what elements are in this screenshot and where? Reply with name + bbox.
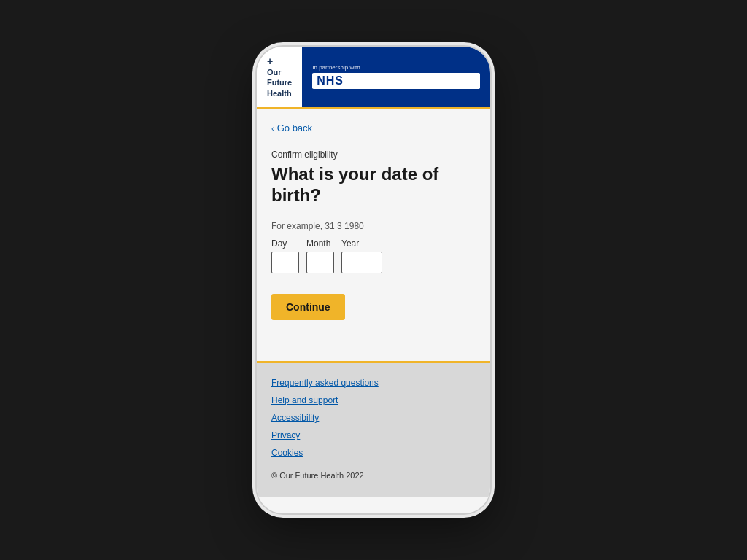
logo-name: Our Future Health (267, 67, 292, 98)
logo-plus: + (267, 55, 292, 67)
day-input[interactable] (271, 252, 299, 273)
day-field-group: Day (271, 238, 299, 273)
month-label: Month (306, 238, 334, 249)
header: + Our Future Health In partnership with … (257, 47, 490, 109)
year-input[interactable] (341, 252, 382, 273)
partnership-text: In partnership with (312, 64, 480, 71)
month-input[interactable] (306, 252, 334, 273)
hint-text: For example, 31 3 1980 (271, 221, 476, 231)
continue-button[interactable]: Continue (271, 294, 345, 320)
day-label: Day (271, 238, 299, 249)
page-subtitle: Confirm eligibility (271, 149, 476, 160)
footer-link-cookies[interactable]: Cookies (271, 448, 476, 458)
chevron-left-icon: ‹ (271, 124, 274, 133)
go-back-label: Go back (277, 122, 312, 133)
footer-links: Frequently asked questions Help and supp… (271, 378, 476, 458)
main-content: ‹ Go back Confirm eligibility What is yo… (257, 109, 490, 513)
year-field-group: Year (341, 238, 382, 273)
content-area: ‹ Go back Confirm eligibility What is yo… (257, 109, 490, 339)
footer-link-help[interactable]: Help and support (271, 395, 476, 405)
footer-link-privacy[interactable]: Privacy (271, 430, 476, 440)
go-back-link[interactable]: ‹ Go back (271, 122, 312, 133)
nhs-logo: NHS (312, 73, 480, 89)
nhs-area: In partnership with NHS (302, 47, 490, 107)
month-field-group: Month (306, 238, 334, 273)
footer-copyright: © Our Future Health 2022 (271, 471, 476, 480)
date-fields: Day Month Year (271, 238, 476, 273)
footer-link-faq[interactable]: Frequently asked questions (271, 378, 476, 388)
year-label: Year (341, 238, 382, 249)
page-title: What is your date of birth? (271, 164, 476, 206)
footer-link-accessibility[interactable]: Accessibility (271, 413, 476, 423)
logo-area: + Our Future Health (257, 47, 302, 107)
logo-text: + Our Future Health (267, 55, 292, 98)
phone-frame: + Our Future Health In partnership with … (257, 47, 490, 513)
footer: Frequently asked questions Help and supp… (257, 363, 490, 497)
